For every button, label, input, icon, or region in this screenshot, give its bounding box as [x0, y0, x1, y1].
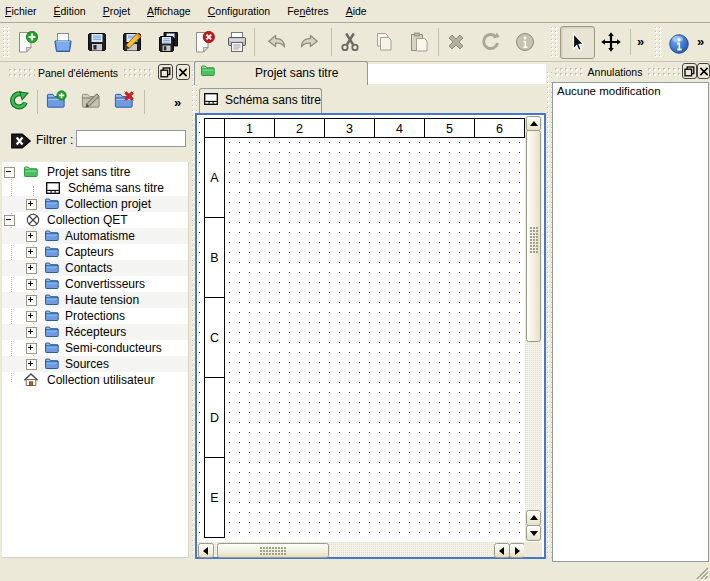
svg-text:2: 2: [296, 122, 303, 136]
svg-text:B: B: [210, 251, 218, 265]
svg-text:A: A: [210, 171, 219, 185]
svg-text:C: C: [210, 331, 219, 345]
svg-text:5: 5: [446, 122, 453, 136]
svg-text:1: 1: [246, 122, 253, 136]
svg-text:E: E: [210, 491, 218, 505]
svg-text:4: 4: [396, 122, 403, 136]
svg-text:3: 3: [346, 122, 353, 136]
svg-text:6: 6: [496, 122, 503, 136]
svg-text:D: D: [210, 411, 219, 425]
